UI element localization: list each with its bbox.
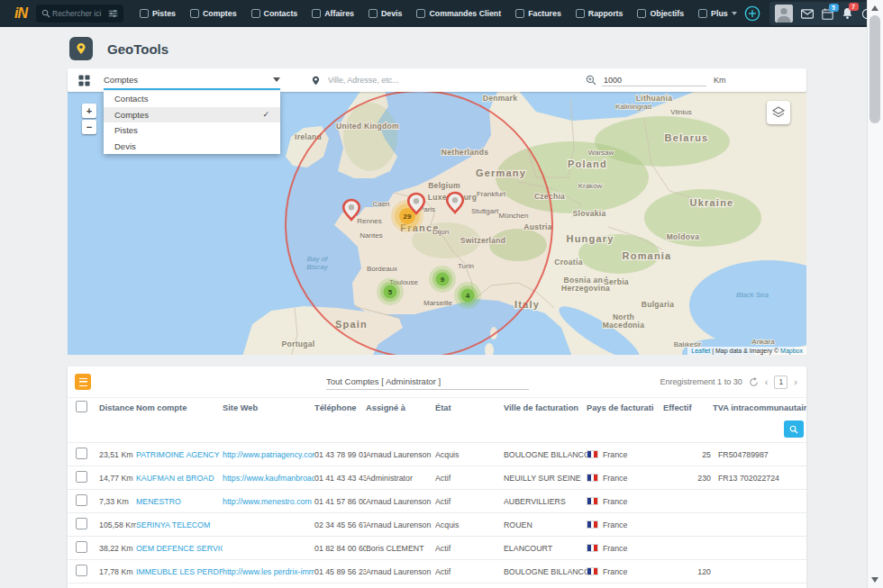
cell-status: Acquis — [435, 520, 504, 529]
user-avatar[interactable] — [775, 5, 793, 23]
apps-grid-icon[interactable] — [78, 75, 90, 86]
account-link[interactable]: KAUFMAN et BROAD — [136, 474, 214, 483]
nav-item-comptes[interactable]: Comptes — [183, 0, 244, 27]
nav-item-devis[interactable]: Devis — [361, 0, 409, 27]
app-logo[interactable]: iN — [14, 5, 27, 22]
global-search[interactable] — [36, 5, 123, 23]
leaflet-link[interactable]: Leaflet — [691, 348, 710, 354]
table-filter-row — [68, 417, 806, 443]
column-header[interactable]: Téléphone — [314, 403, 366, 412]
menu-icon — [79, 378, 87, 386]
select-all-checkbox[interactable] — [76, 401, 87, 412]
scroll-down-arrow[interactable] — [871, 577, 878, 583]
nav-item-pistes[interactable]: Pistes — [132, 0, 183, 27]
cluster-marker[interactable]: 5 — [377, 278, 404, 305]
nav-item-rapports[interactable]: Rapports — [569, 0, 631, 27]
notifications-badge: 7 — [849, 3, 859, 11]
topbar-right: 5 7 ? — [744, 2, 883, 25]
account-link[interactable]: PATRIMOINE AGENCY — [136, 450, 220, 459]
saved-view-select[interactable]: Tout Comptes [ Administrator ] — [326, 374, 529, 390]
website-link[interactable]: https://www.kaufmanbroad.fr/ — [223, 474, 314, 483]
nav-item-commandes-client[interactable]: Commandes Client — [409, 0, 508, 27]
account-link[interactable]: OEM DEFENCE SERVICES SAS — [136, 544, 223, 553]
table-row[interactable]: 7,33 KmMENESTROhttp://www.menestro.com01… — [68, 490, 806, 513]
row-checkbox[interactable] — [76, 565, 87, 576]
global-search-input[interactable] — [50, 8, 108, 19]
nav-item-affaires[interactable]: Affaires — [305, 0, 361, 27]
dropdown-option-contacts[interactable]: Contacts — [104, 91, 280, 107]
column-header[interactable]: Site Web — [223, 403, 314, 412]
map-label: Black Sea — [736, 291, 769, 299]
cell-assignee: Arnaud Laurenson — [366, 520, 435, 529]
cell-assignee: Boris CLEMENT — [366, 544, 435, 553]
map-layers-button[interactable] — [767, 101, 790, 124]
mail-icon — [801, 9, 814, 19]
calendar-badge: 5 — [829, 4, 839, 12]
row-checkbox[interactable] — [76, 541, 87, 553]
zoom-out-button[interactable]: − — [82, 120, 96, 134]
column-header[interactable]: Assigné à — [366, 403, 435, 412]
results-table: Tout Comptes [ Administrator ] Enregistr… — [68, 366, 806, 588]
checkbox-cell — [68, 541, 95, 555]
dropdown-option-label: Comptes — [114, 110, 149, 120]
nav-item-factures[interactable]: Factures — [508, 0, 569, 27]
notifications-button[interactable]: 7 — [842, 7, 853, 20]
table-row[interactable]: 14,77 KmKAUFMAN et BROADhttps://www.kauf… — [68, 466, 806, 490]
column-header[interactable]: TVA intracommunautaire — [713, 403, 806, 412]
next-page-button[interactable]: › — [794, 376, 797, 387]
dropdown-option-pistes[interactable]: Pistes — [104, 122, 280, 139]
row-checkbox[interactable] — [76, 448, 87, 459]
scroll-thumb[interactable] — [869, 15, 880, 123]
row-checkbox[interactable] — [76, 494, 87, 506]
table-row[interactable]: 23,51 KmPATRIMOINE AGENCYhttp://www.patr… — [68, 443, 806, 466]
account-link[interactable]: MENESTRO — [136, 497, 181, 506]
cell-city: ROUEN — [504, 520, 587, 529]
website-link[interactable]: http://www.menestro.com — [223, 497, 312, 506]
column-header[interactable]: État — [435, 403, 504, 412]
row-checkbox[interactable] — [76, 471, 87, 483]
refresh-icon[interactable] — [749, 377, 759, 387]
column-header[interactable]: Ville de facturation — [504, 403, 587, 412]
row-checkbox[interactable] — [76, 518, 87, 529]
table-row[interactable]: 19,24 KmFONCIAArnaud LaurensonAcquisNANT… — [68, 583, 806, 588]
table-row[interactable]: 105,58 KmSERINYA TELECOM02 34 45 56 67Ar… — [68, 513, 806, 537]
cluster-marker[interactable]: 9 — [429, 266, 456, 293]
address-input[interactable] — [326, 75, 510, 86]
pagination: Enregistrement 1 to 30 ‹ 1 › — [660, 375, 797, 389]
france-flag-icon — [587, 544, 598, 552]
column-header[interactable]: Pays de facturation — [587, 403, 654, 412]
cluster-marker[interactable]: 4 — [454, 282, 481, 309]
table-row[interactable]: 17,78 KmIMMEUBLE LES PERDRIXhttp://www.l… — [68, 560, 806, 583]
cell-country: France — [587, 450, 654, 459]
radius-input[interactable] — [602, 75, 706, 86]
calendar-button[interactable]: 5 — [822, 8, 833, 20]
column-header[interactable]: Distance — [95, 403, 136, 412]
column-header[interactable]: Effectif — [654, 403, 713, 412]
account-link[interactable]: IMMEUBLE LES PERDRIX — [136, 567, 223, 576]
mapbox-link[interactable]: Mapbox — [780, 348, 803, 354]
column-header[interactable]: Nom compte — [136, 403, 223, 412]
messages-button[interactable] — [801, 9, 814, 19]
entity-type-select[interactable]: Comptes — [104, 70, 280, 90]
website-link[interactable]: http://www.les perdrix-imm.com — [223, 567, 314, 576]
nav-item-label: Rapports — [588, 9, 624, 18]
prev-page-button[interactable]: ‹ — [765, 376, 769, 387]
table-row[interactable]: 38,22 KmOEM DEFENCE SERVICES SAS01 82 84… — [68, 537, 806, 560]
account-link[interactable]: SERINYA TELECOM — [136, 520, 210, 529]
search-filter-icon[interactable] — [108, 9, 118, 18]
svg-text:29: 29 — [404, 213, 412, 221]
nav-item-plus[interactable]: Plus — [691, 0, 744, 27]
page-scrollbar[interactable] — [867, 0, 883, 588]
zoom-in-button[interactable]: + — [82, 104, 96, 118]
dropdown-option-devis[interactable]: Devis — [104, 139, 280, 155]
table-search-button[interactable] — [784, 421, 804, 438]
nav-item-contacts[interactable]: Contacts — [244, 0, 305, 27]
nav-item-objectifs[interactable]: Objectifs — [630, 0, 691, 27]
website-link[interactable]: http://www.patriagency.com — [223, 450, 314, 459]
list-actions-button[interactable] — [75, 374, 91, 390]
page-number-input[interactable]: 1 — [774, 375, 787, 389]
quick-add-button[interactable] — [744, 5, 760, 22]
cell-phone: 02 34 45 56 67 — [314, 520, 366, 529]
scroll-up-arrow[interactable] — [871, 5, 878, 11]
dropdown-option-comptes[interactable]: Comptes✓ — [104, 107, 280, 123]
